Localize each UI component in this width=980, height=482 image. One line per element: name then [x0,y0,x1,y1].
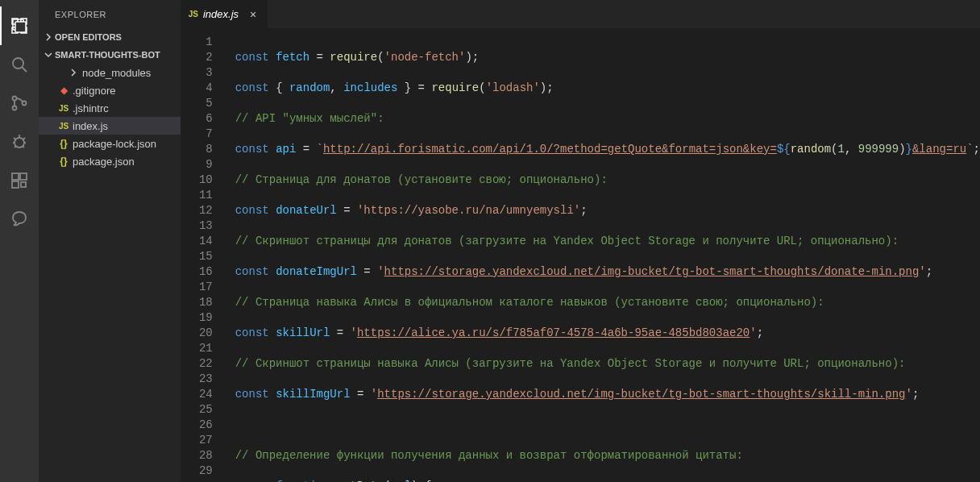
git-activity[interactable] [0,200,39,239]
sidebar-title: EXPLORER [39,0,181,28]
folder-node-modules[interactable]: node_modules [39,64,181,81]
file-package-json[interactable]: {} package.json [39,152,181,170]
activity-bar [0,0,39,482]
json-icon: {} [55,156,73,167]
svg-line-10 [23,138,26,139]
svg-point-5 [13,106,17,110]
svg-line-9 [14,138,16,139]
svg-point-2 [13,58,23,69]
svg-line-14 [23,146,24,148]
file-jshintrc[interactable]: JS .jshintrc [39,99,181,117]
file-package-lock[interactable]: {} package-lock.json [39,135,181,152]
git-icon: ◆ [55,85,73,96]
file-label: .gitignore [73,85,115,97]
file-label: node_modules [82,67,151,79]
editor-area: JS index.js × 12345678910111213141516171… [181,0,980,482]
file-label: index.js [73,120,108,132]
svg-point-6 [23,102,27,106]
json-icon: {} [55,138,73,149]
file-tree: node_modules ◆ .gitignore JS .jshintrc J… [39,64,181,482]
js-icon: JS [55,104,73,113]
source-control-activity[interactable] [0,84,39,123]
tab-label: index.js [203,8,239,20]
search-activity[interactable] [0,45,39,84]
project-section[interactable]: SMART-THOUGHTS-BOT [39,46,181,64]
chevron-right-icon [42,33,55,41]
file-gitignore[interactable]: ◆ .gitignore [39,81,181,99]
tab-indexjs[interactable]: JS index.js × [181,0,268,28]
tab-bar: JS index.js × [181,0,980,28]
chevron-right-icon [64,69,82,77]
close-icon[interactable]: × [247,8,260,21]
file-label: .jshintrc [73,102,109,114]
svg-rect-16 [20,173,27,180]
project-label: SMART-THOUGHTS-BOT [55,50,160,60]
js-icon: JS [55,122,73,131]
explorer-activity[interactable] [0,6,39,45]
svg-rect-17 [12,181,19,188]
file-label: package-lock.json [73,138,156,150]
code-content[interactable]: const fetch = require('node-fetch'); con… [229,28,980,482]
js-icon: JS [189,10,198,19]
open-editors-label: OPEN EDITORS [55,32,122,42]
file-indexjs[interactable]: JS index.js [39,117,181,135]
svg-line-13 [15,146,16,148]
sidebar: EXPLORER OPEN EDITORS SMART-THOUGHTS-BOT… [39,0,181,482]
file-label: package.json [73,156,135,168]
svg-point-4 [13,97,17,101]
chevron-down-icon [42,51,55,59]
svg-rect-18 [21,182,26,187]
svg-rect-15 [12,173,19,180]
code-area[interactable]: 1234567891011121314151617181920212223242… [181,28,980,482]
line-gutter: 1234567891011121314151617181920212223242… [181,28,229,482]
extensions-activity[interactable] [0,161,39,200]
open-editors-section[interactable]: OPEN EDITORS [39,28,181,46]
svg-rect-1 [15,22,26,32]
debug-activity[interactable] [0,123,39,161]
svg-line-3 [23,68,27,73]
